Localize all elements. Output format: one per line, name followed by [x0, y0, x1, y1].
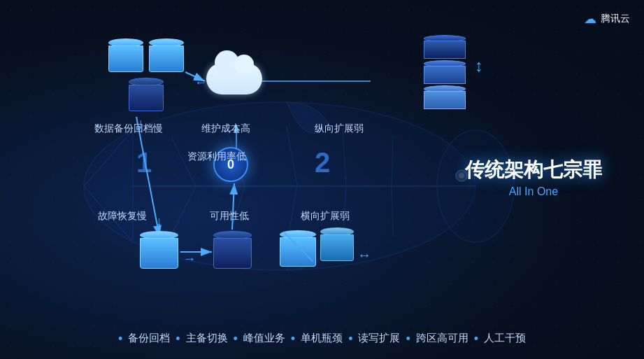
- label-horizontal: 横向扩展弱: [301, 210, 350, 223]
- cloud-shape: [206, 63, 262, 94]
- label-maintenance: 维护成本高: [201, 122, 250, 135]
- bottom-right-db-group: ↔: [280, 227, 354, 267]
- bullet-rw: 读写扩展: [358, 332, 400, 345]
- logo: ☁ 腾讯云: [584, 11, 630, 27]
- arrow-to-cloud: ←: [194, 76, 207, 90]
- bullet-single: 单机瓶颈: [301, 332, 343, 345]
- title-cn: 传统架构七宗罪: [465, 157, 602, 182]
- number-two: 2: [315, 147, 330, 178]
- label-vertical: 纵向扩展弱: [315, 122, 364, 135]
- label-recovery: 故障恢复慢: [98, 210, 147, 223]
- title-en: All In One: [465, 185, 602, 198]
- bullet-dot-7: •: [474, 332, 478, 345]
- top-left-db-group: [108, 38, 184, 111]
- bullet-dot-3: •: [234, 332, 238, 345]
- label-availability: 可用性低: [210, 210, 249, 223]
- bullet-dot-5: •: [348, 332, 352, 345]
- number-one: 1: [136, 147, 152, 178]
- bottom-bullets: • 备份回档 • 主备切换 • 峰值业务 • 单机瓶颈 • 读写扩展 • 跨区高…: [21, 332, 623, 345]
- bottom-center-db: ↑: [213, 231, 252, 269]
- arrow-down-left: ↓: [137, 115, 144, 132]
- logo-text: 腾讯云: [601, 13, 630, 25]
- bottom-left-db: ↓ →: [140, 231, 178, 269]
- label-resource: 资源利用率低: [187, 150, 246, 163]
- svg-point-15: [459, 173, 464, 178]
- bullet-backup: 备份回档: [128, 332, 170, 345]
- bullet-dot-2: •: [176, 332, 180, 345]
- cloud-logo-icon: ☁: [584, 11, 596, 27]
- bullet-manual: 人工干预: [484, 332, 526, 345]
- main-title: 传统架构七宗罪 All In One: [465, 157, 602, 197]
- top-right-db: ↕: [424, 35, 466, 109]
- bullet-dot-1: •: [118, 332, 122, 345]
- bullet-dot-6: •: [406, 332, 410, 345]
- bullet-switch: 主备切换: [186, 332, 228, 345]
- label-data-backup: 数据备份回档慢: [94, 122, 163, 135]
- bullet-crosszone: 跨区高可用: [416, 332, 468, 345]
- bullet-peak: 峰值业务: [243, 332, 285, 345]
- bullet-dot-4: •: [291, 332, 295, 345]
